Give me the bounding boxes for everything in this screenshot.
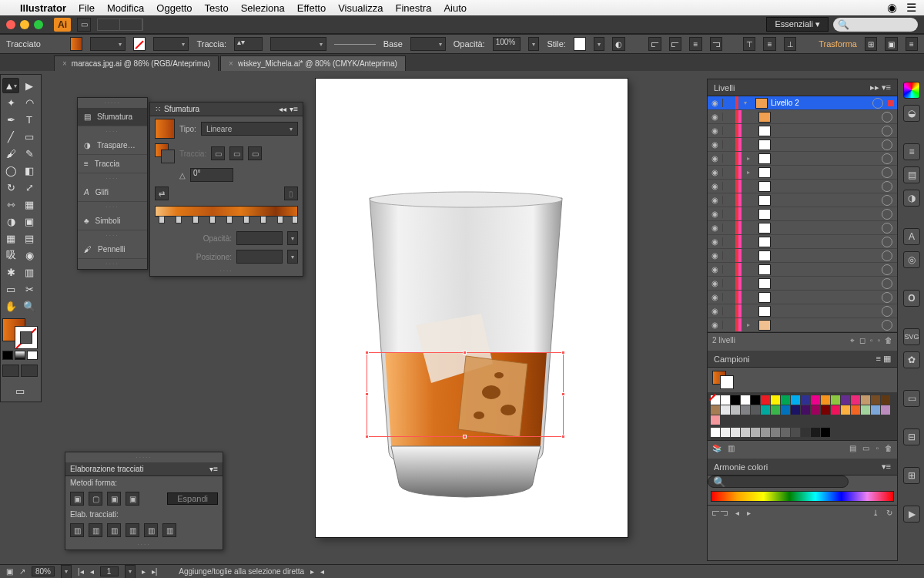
- align-right-button[interactable]: ⫎: [710, 37, 722, 51]
- gradient-ramp[interactable]: [155, 206, 298, 217]
- layer-row[interactable]: ◉: [708, 110, 897, 124]
- next-artboard-button[interactable]: ▸: [142, 567, 146, 576]
- graphic-styles-icon[interactable]: ◎: [903, 251, 920, 268]
- shape-builder-tool[interactable]: ◑: [2, 213, 19, 229]
- swatch[interactable]: [791, 405, 800, 415]
- symbol-sprayer-tool[interactable]: ✱: [2, 264, 19, 280]
- pencil-tool[interactable]: ✎: [21, 146, 38, 161]
- visibility-toggle[interactable]: ◉: [708, 168, 723, 176]
- last-artboard-button[interactable]: ▸|: [152, 567, 158, 576]
- expand-button[interactable]: Espandi: [167, 492, 218, 505]
- visibility-toggle[interactable]: ◉: [708, 126, 723, 135]
- status-icon-1[interactable]: ▣: [6, 567, 13, 576]
- harmony-refresh-button[interactable]: ↻: [886, 509, 892, 517]
- transform-grid-button[interactable]: ⊞: [865, 37, 877, 51]
- disclosure-icon[interactable]: ▸: [742, 155, 755, 162]
- minus-front-button[interactable]: ▢: [89, 492, 102, 506]
- collapse-icon[interactable]: ◂◂: [279, 105, 286, 113]
- first-artboard-button[interactable]: |◂: [78, 567, 84, 576]
- swatch[interactable]: [781, 405, 790, 415]
- delete-swatch-button[interactable]: 🗑: [885, 444, 892, 452]
- eraser-tool[interactable]: ◧: [21, 163, 38, 178]
- panel-tab-harmonies[interactable]: Armonie colori: [714, 462, 768, 472]
- target-ring[interactable]: [872, 98, 883, 109]
- rotate-tool[interactable]: ↻: [2, 180, 19, 195]
- gradient-fillstroke[interactable]: [155, 143, 175, 163]
- gradient-preview[interactable]: [155, 119, 175, 139]
- swatch[interactable]: [871, 395, 880, 405]
- stroke-across[interactable]: ▭: [248, 146, 262, 160]
- gradient-type-select[interactable]: Lineare: [201, 122, 298, 136]
- swatch[interactable]: [881, 405, 890, 415]
- swatch[interactable]: [761, 395, 770, 405]
- isolate-button[interactable]: ▣: [885, 37, 897, 51]
- swatch[interactable]: [801, 395, 810, 405]
- minus-back-button[interactable]: ▥: [162, 523, 176, 537]
- rectangle-tool[interactable]: ▭: [21, 129, 38, 144]
- target-ring[interactable]: [882, 126, 892, 136]
- swatch[interactable]: [741, 395, 750, 405]
- actions-icon[interactable]: ▶: [903, 506, 920, 523]
- layer-row[interactable]: ◉: [708, 263, 897, 277]
- target-ring[interactable]: [882, 153, 892, 164]
- color-guide-icon[interactable]: ◒: [903, 105, 920, 122]
- target-ring[interactable]: [882, 195, 892, 206]
- gradient-dock-icon[interactable]: ▤: [903, 166, 920, 183]
- swatch-fillstroke[interactable]: [712, 371, 734, 389]
- swatches-grid-icon[interactable]: ▦: [883, 354, 891, 363]
- swatch[interactable]: [821, 405, 830, 415]
- pen-tool[interactable]: ✒: [2, 112, 19, 127]
- align-bottom-button[interactable]: ⊥: [784, 37, 796, 51]
- swatch[interactable]: [821, 395, 830, 405]
- swatch[interactable]: [861, 405, 870, 415]
- target-ring[interactable]: [882, 167, 892, 178]
- new-swatch-button[interactable]: ▫: [875, 444, 879, 452]
- target-ring[interactable]: [882, 250, 892, 261]
- panel-menu-icon[interactable]: ▾≡: [209, 465, 218, 473]
- unite-button[interactable]: ▣: [70, 492, 84, 506]
- stroke-color[interactable]: [15, 326, 38, 349]
- dock-item-transparency[interactable]: ◑Traspare…: [78, 136, 147, 155]
- artboards-icon[interactable]: ▭: [903, 390, 920, 407]
- panel-menu-icon[interactable]: ▾≡: [882, 82, 891, 92]
- selection-bounding-box[interactable]: [367, 352, 564, 437]
- target-ring[interactable]: [882, 278, 892, 289]
- stop-position-dd[interactable]: [287, 250, 298, 264]
- layer-row[interactable]: ◉: [708, 277, 897, 291]
- swatches-list-icon[interactable]: ≡: [876, 354, 881, 363]
- hand-tool[interactable]: ✋: [2, 298, 19, 314]
- transform-dock-icon[interactable]: ⊞: [903, 467, 920, 484]
- swatch[interactable]: [721, 428, 730, 437]
- stroke-within[interactable]: ▭: [211, 146, 225, 160]
- screen-normal[interactable]: [2, 365, 19, 377]
- dock-item-brushes[interactable]: 🖌Pennelli: [78, 240, 147, 259]
- svg-icon[interactable]: SVG: [903, 328, 920, 345]
- close-button[interactable]: [6, 20, 15, 29]
- none-swatch[interactable]: [711, 395, 720, 405]
- swatch[interactable]: [731, 395, 740, 405]
- align-hcenter-button[interactable]: ≡: [689, 37, 701, 51]
- swatches-grid[interactable]: [708, 392, 897, 428]
- disclosure-icon[interactable]: ▾: [738, 99, 752, 106]
- visibility-toggle[interactable]: ◉: [708, 307, 723, 315]
- swatch[interactable]: [781, 428, 790, 437]
- stroke-dock-icon[interactable]: ≡: [903, 143, 920, 160]
- prev-artboard-button[interactable]: ◂: [90, 567, 94, 576]
- style-swatch[interactable]: [574, 37, 586, 51]
- visibility-toggle[interactable]: ◉: [708, 251, 723, 260]
- swatch[interactable]: [801, 405, 810, 415]
- close-icon[interactable]: ×: [62, 59, 67, 68]
- mesh-tool[interactable]: ▦: [2, 230, 19, 246]
- dock-item-gradient[interactable]: ▤Sfumatura: [78, 108, 147, 126]
- workspace-switcher[interactable]: Essenziali ▾: [766, 17, 829, 32]
- artboard-tool[interactable]: ▭: [2, 281, 19, 297]
- stop-opacity-input[interactable]: [236, 231, 283, 245]
- visibility-toggle[interactable]: ◉: [708, 237, 723, 246]
- zoom-dd[interactable]: [61, 565, 72, 579]
- menu-object[interactable]: Oggetto: [156, 2, 192, 14]
- swatch[interactable]: [731, 428, 740, 437]
- zoom-input[interactable]: 80%: [32, 566, 55, 576]
- menu-edit[interactable]: Modifica: [107, 2, 144, 14]
- menu-view[interactable]: Visualizza: [338, 2, 383, 14]
- gray-swatches[interactable]: [708, 428, 897, 440]
